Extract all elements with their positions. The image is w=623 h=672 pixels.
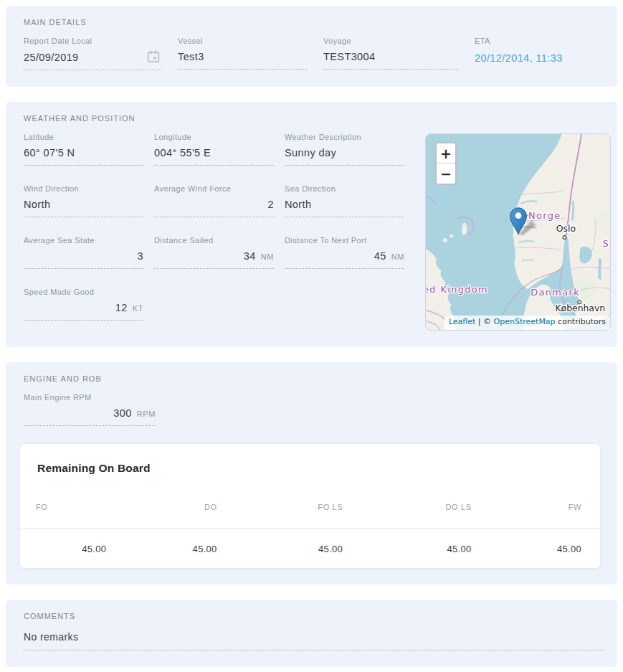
weather-title: WEATHER AND POSITION [24,114,605,123]
map-zoom-out-button[interactable]: − [437,164,455,184]
rob-col-header-fw: FW [472,503,581,511]
eta-value[interactable]: 20/12/2014, 11:33 [475,50,605,65]
main-engine-rpm-value: 300 [24,407,132,420]
field-vessel: Vessel Test3 [178,37,307,70]
rob-cell-fo: 45.00 [36,544,106,554]
weather-description-input[interactable]: Sunny day [285,146,404,166]
weather-description-label: Weather Description [285,133,404,141]
rob-cell-fw: 45.00 [472,544,581,554]
longitude-input[interactable]: 004° 55'5 E [154,146,274,166]
map-label-sverige: S [602,238,609,249]
field-average-sea-state: Average Sea State 3 [24,236,143,269]
rob-col-header-fols: FO LS [217,503,343,511]
report-date-value: 25/09/2019 [24,51,141,64]
rob-cell-fols: 45.00 [217,544,343,554]
wind-direction-value: North [24,198,143,211]
average-sea-state-value: 3 [24,250,143,262]
field-comments: No remarks [18,630,605,650]
field-longitude: Longitude 004° 55'5 E [154,133,274,166]
voyage-input[interactable]: TEST3004 [323,50,458,70]
openstreetmap-link[interactable]: OpenStreetMap [494,317,556,326]
section-main-details: MAIN DETAILS Report Date Local 25/09/201… [6,6,617,87]
sea-direction-value: North [285,198,404,211]
report-date-label: Report Date Local [24,37,161,45]
field-main-engine-rpm: Main Engine RPM 300 RPM [18,393,156,426]
rob-col-header-do: DO [106,503,217,511]
wind-direction-input[interactable]: North [24,198,143,217]
field-weather-description: Weather Description Sunny day [285,133,404,166]
field-distance-sailed: Distance Sailed 34 NM [154,236,274,269]
average-wind-force-value: 2 [154,198,274,211]
distance-sailed-value: 34 [154,250,256,262]
engine-title: ENGINE AND ROB [24,374,605,383]
distance-sailed-input[interactable]: 34 NM [154,250,274,269]
distance-to-next-port-unit: NM [391,252,404,262]
attribution-suffix: contributors [556,317,606,326]
attribution-separator: | © [475,317,493,326]
oslo-town-dot [563,236,566,240]
field-report-date-local: Report Date Local 25/09/2019 [24,37,161,70]
map-label-danmark: Danmark [531,287,580,298]
rob-col-header-fo: FO [36,503,106,511]
field-wind-direction: Wind Direction North [24,184,143,217]
main-engine-rpm-unit: RPM [137,410,156,420]
calendar-icon[interactable] [147,50,160,63]
position-map[interactable]: Norge Oslo S Danmark København ed Kingdo… [425,133,611,331]
map-label-united-kingdom: ed Kingdom [426,284,488,295]
section-engine-rob: ENGINE AND ROB Main Engine RPM 300 RPM R… [6,362,617,585]
main-engine-rpm-input[interactable]: 300 RPM [24,407,156,426]
map-label-kobenhavn: København [555,303,605,313]
rob-table-value-row: 45.00 45.00 45.00 45.00 45.00 [20,529,600,568]
weather-description-value: Sunny day [285,146,404,159]
rob-cell-dols: 45.00 [343,544,471,554]
longitude-label: Longitude [154,133,274,141]
main-engine-rpm-label: Main Engine RPM [24,393,156,402]
speed-made-good-unit: KT [133,304,143,314]
rob-table-header-row: FO DO FO LS DO LS FW [20,475,600,528]
vessel-label: Vessel [178,37,307,45]
weather-layout: Latitude 60° 07'5 N Longitude 004° 55'5 … [18,133,605,331]
speed-made-good-input[interactable]: 12 KT [24,301,143,321]
field-eta: ETA 20/12/2014, 11:33 [475,37,605,70]
longitude-value: 004° 55'5 E [154,146,274,159]
eta-label: ETA [475,37,605,45]
report-date-input[interactable]: 25/09/2019 [24,50,161,70]
map-label-oslo: Oslo [556,223,576,234]
sea-direction-input[interactable]: North [285,198,404,217]
leaflet-link[interactable]: Leaflet [449,317,475,326]
latitude-value: 60° 07'5 N [24,146,143,159]
distance-to-next-port-input[interactable]: 45 NM [285,250,404,269]
comments-title: COMMENTS [24,612,605,620]
sea-direction-label: Sea Direction [285,184,404,193]
field-average-wind-force: Average Wind Force 2 [154,184,274,217]
section-comments: COMMENTS No remarks [6,600,617,667]
comments-input[interactable]: No remarks [24,630,605,650]
main-details-grid: Report Date Local 25/09/2019 Vessel Test… [18,37,605,70]
field-latitude: Latitude 60° 07'5 N [24,133,143,166]
vessel-input[interactable]: Test3 [178,50,307,70]
noon-report-page: MAIN DETAILS Report Date Local 25/09/201… [0,0,623,672]
map-label-norge: Norge [528,210,561,221]
rob-col-header-dols: DO LS [343,503,471,511]
average-wind-force-input[interactable]: 2 [154,198,274,217]
average-sea-state-input[interactable]: 3 [24,250,143,269]
map-zoom-in-button[interactable]: + [437,143,455,164]
wind-direction-label: Wind Direction [24,184,143,193]
average-sea-state-label: Average Sea State [24,236,143,245]
field-voyage: Voyage TEST3004 [323,37,458,70]
remaining-on-board-card: Remaining On Board FO DO FO LS DO LS FW … [20,444,600,568]
speed-made-good-label: Speed Made Good [24,288,143,296]
voyage-label: Voyage [323,37,458,45]
distance-sailed-unit: NM [261,252,274,262]
map-zoom-control: + − [435,142,457,185]
latitude-input[interactable]: 60° 07'5 N [24,146,143,166]
weather-fields-grid: Latitude 60° 07'5 N Longitude 004° 55'5 … [24,133,404,321]
field-sea-direction: Sea Direction North [285,184,404,217]
vessel-value: Test3 [178,50,307,63]
section-weather-position: WEATHER AND POSITION Latitude 60° 07'5 N… [6,102,617,347]
rob-cell-do: 45.00 [106,544,217,554]
voyage-value: TEST3004 [323,50,458,63]
main-details-title: MAIN DETAILS [24,18,605,27]
latitude-label: Latitude [24,133,143,141]
field-speed-made-good: Speed Made Good 12 KT [24,288,143,321]
